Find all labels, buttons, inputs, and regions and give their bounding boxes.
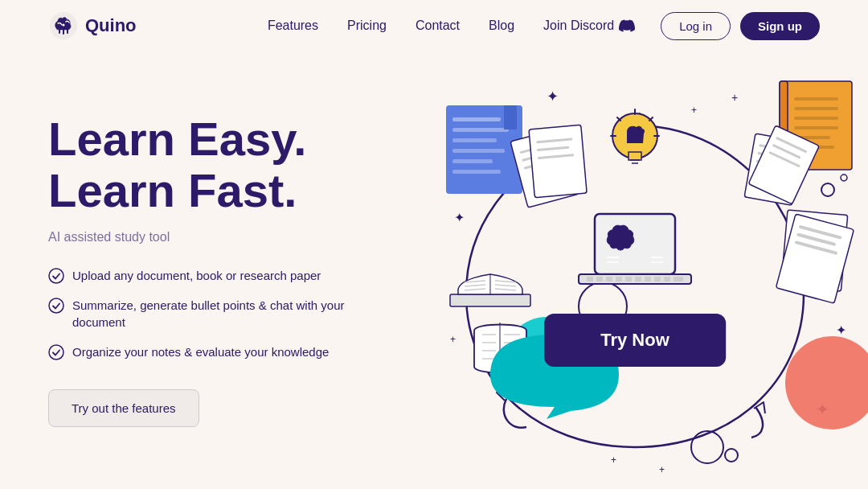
hero-left: Learn Easy. Learn Fast. AI assisted stud… — [48, 113, 386, 428]
svg-rect-95 — [606, 277, 612, 281]
nav-buttons: Log in Sign up — [661, 12, 820, 40]
svg-rect-28 — [452, 159, 493, 163]
svg-rect-40 — [794, 107, 838, 110]
svg-point-3 — [49, 298, 63, 313]
svg-rect-25 — [452, 128, 509, 132]
svg-point-16 — [841, 175, 847, 181]
try-now-button[interactable]: Try Now — [544, 314, 726, 367]
svg-text:+: + — [659, 464, 665, 475]
discord-icon — [619, 18, 635, 34]
svg-point-22 — [785, 336, 868, 429]
svg-rect-102 — [674, 277, 683, 281]
nav-pricing[interactable]: Pricing — [347, 18, 387, 33]
svg-rect-74 — [450, 294, 530, 306]
hero-right: ✦ ✦ + + ✦ ✦ ✦ + + + — [386, 51, 868, 489]
svg-text:✦: ✦ — [547, 88, 559, 105]
hero-title: Learn Easy. Learn Fast. — [48, 113, 386, 216]
nav-contact[interactable]: Contact — [416, 18, 460, 33]
feature-list: Upload any document, book or research pa… — [48, 267, 386, 360]
svg-text:✦: ✦ — [454, 211, 465, 224]
svg-point-15 — [821, 183, 834, 196]
feature-item-2: Summarize, generate bullet points & chat… — [48, 297, 386, 331]
svg-rect-96 — [616, 277, 622, 281]
check-icon-2 — [48, 298, 64, 314]
feature-item-1: Upload any document, book or research pa… — [48, 267, 386, 284]
svg-text:+: + — [450, 334, 456, 345]
svg-rect-26 — [452, 138, 497, 142]
logo[interactable]: Quino — [48, 10, 137, 41]
svg-rect-99 — [645, 277, 651, 281]
signup-button[interactable]: Sign up — [740, 12, 820, 40]
svg-point-20 — [725, 449, 738, 462]
svg-rect-39 — [794, 97, 838, 101]
nav-discord[interactable]: Join Discord — [543, 18, 635, 34]
svg-rect-91 — [595, 214, 675, 274]
svg-rect-41 — [794, 117, 838, 120]
try-features-button[interactable]: Try out the features — [48, 389, 199, 427]
hero-subtitle: AI assisted study tool — [48, 230, 386, 244]
svg-point-19 — [691, 431, 723, 463]
svg-point-2 — [49, 269, 63, 283]
illustration: ✦ ✦ + + ✦ ✦ ✦ + + + — [386, 61, 868, 479]
svg-point-4 — [49, 345, 63, 360]
svg-rect-93 — [587, 277, 593, 281]
svg-rect-100 — [654, 277, 661, 281]
navbar: Quino Features Pricing Contact Blog Join… — [0, 0, 868, 51]
nav-blog[interactable]: Blog — [489, 18, 514, 33]
login-button[interactable]: Log in — [661, 12, 731, 40]
svg-point-1 — [63, 24, 65, 27]
svg-line-35 — [617, 117, 620, 121]
logo-icon — [48, 10, 79, 41]
svg-line-33 — [649, 117, 653, 121]
svg-rect-101 — [664, 277, 670, 281]
check-icon-1 — [48, 268, 64, 284]
svg-text:+: + — [611, 454, 616, 466]
svg-text:✦: ✦ — [836, 323, 846, 337]
svg-rect-27 — [452, 149, 505, 153]
svg-text:+: + — [691, 105, 697, 116]
svg-rect-94 — [596, 277, 603, 281]
hero-section: Learn Easy. Learn Fast. AI assisted stud… — [0, 51, 868, 489]
logo-text: Quino — [85, 15, 137, 36]
svg-rect-97 — [625, 277, 632, 281]
svg-rect-98 — [635, 277, 641, 281]
svg-rect-42 — [794, 126, 838, 129]
nav-links: Features Pricing Contact Blog Join Disco… — [268, 18, 635, 34]
check-icon-3 — [48, 344, 64, 360]
svg-text:+: + — [731, 91, 738, 104]
svg-rect-24 — [452, 117, 501, 121]
svg-rect-49 — [529, 125, 587, 197]
nav-features[interactable]: Features — [268, 18, 318, 33]
circular-arrows: ✦ ✦ + + ✦ ✦ ✦ + + + — [386, 61, 868, 479]
svg-rect-29 — [452, 170, 501, 174]
feature-item-3: Organize your notes & evaluate your know… — [48, 343, 386, 360]
